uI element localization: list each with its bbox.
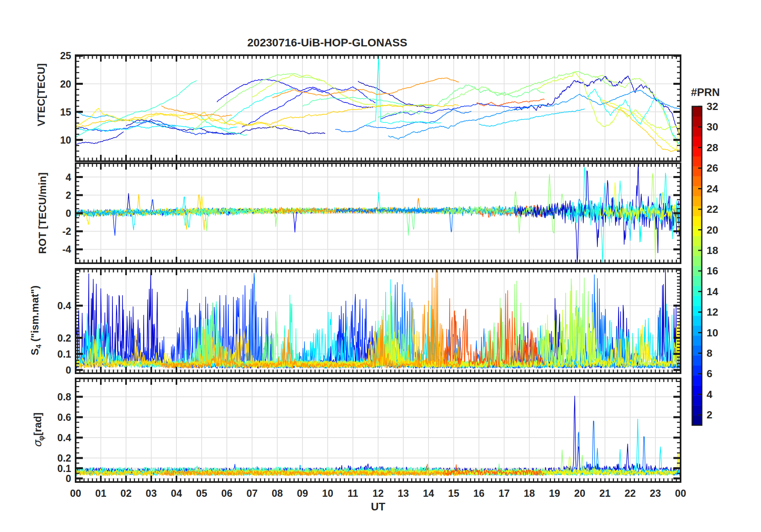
- ylabel-s4-post: ("ism.mat"): [29, 286, 41, 344]
- colorbar-tick-label: 10: [707, 327, 718, 339]
- colorbar: 2468101214161820222426283032: [692, 100, 718, 425]
- svg-text:16: 16: [473, 488, 485, 499]
- colorbar-tick-label: 14: [707, 286, 718, 298]
- svg-text:0: 0: [66, 473, 71, 484]
- svg-text:20: 20: [574, 488, 585, 499]
- svg-text:02: 02: [120, 488, 132, 499]
- svg-text:00: 00: [70, 488, 81, 499]
- colorbar-tick-label: 6: [707, 368, 712, 380]
- ylabel-s4-sub: 4: [35, 344, 43, 348]
- ylabel-rot: ROT [TECU/min]: [36, 172, 49, 254]
- svg-text:18: 18: [524, 488, 535, 499]
- colorbar-tick-label: 24: [707, 183, 718, 195]
- svg-text:05: 05: [196, 488, 207, 499]
- svg-text:0.4: 0.4: [57, 300, 71, 311]
- panel-vtec: 10152025: [60, 50, 681, 161]
- colorbar-tick-label: 26: [707, 162, 718, 174]
- colorbar-tick-label: 16: [707, 265, 718, 277]
- svg-text:01: 01: [95, 488, 106, 499]
- svg-text:07: 07: [246, 488, 258, 499]
- svg-text:2: 2: [66, 190, 71, 201]
- svg-text:20: 20: [60, 78, 71, 90]
- panel-vtec-ytick-labels: 10152025: [60, 50, 71, 145]
- xlabel-ut: UT: [371, 501, 385, 513]
- xtick-labels: 0001020304050607080910111213141516171819…: [70, 488, 686, 499]
- colorbar-tick-label: 30: [707, 121, 718, 133]
- svg-text:0.8: 0.8: [57, 391, 71, 402]
- svg-text:10: 10: [60, 134, 71, 146]
- colorbar-tick-label: 4: [707, 388, 713, 400]
- ylabel-vtec-text: VTEC[TECU]: [35, 63, 47, 126]
- colorbar-tick-label: 22: [707, 203, 718, 215]
- colorbar-tick-label: 8: [707, 347, 712, 359]
- ylabel-rot-text: ROT [TECU/min]: [36, 172, 48, 254]
- ylabel-s4: S4 ("ism.mat"): [29, 286, 43, 356]
- svg-text:-4: -4: [62, 244, 71, 255]
- svg-text:4: 4: [66, 172, 71, 183]
- chart-title: 20230716-UiB-HOP-GLONASS: [247, 36, 407, 49]
- svg-text:0.1: 0.1: [57, 463, 71, 474]
- svg-text:17: 17: [499, 488, 510, 499]
- chart-canvas: 10152025-4-202400.10.20.400.10.20.40.60.…: [0, 0, 761, 532]
- svg-text:25: 25: [60, 50, 71, 61]
- svg-text:04: 04: [171, 488, 182, 499]
- panel-rot-ytick-labels: -4-2024: [62, 172, 71, 255]
- svg-text:00: 00: [675, 488, 686, 499]
- figure: 10152025-4-202400.10.20.400.10.20.40.60.…: [0, 0, 761, 532]
- panel-rot: -4-2024: [62, 163, 681, 263]
- svg-text:19: 19: [549, 488, 560, 499]
- panel-s4-ytick-labels: 00.10.20.4: [57, 300, 71, 376]
- ylabel-sigma: σφ[rad]: [31, 412, 46, 448]
- svg-text:12: 12: [372, 488, 384, 499]
- panel-sigma: 00.10.20.40.60.8: [57, 378, 681, 484]
- svg-text:0: 0: [66, 208, 71, 219]
- svg-text:15: 15: [448, 488, 459, 499]
- svg-text:13: 13: [398, 488, 409, 499]
- svg-text:21: 21: [599, 488, 611, 499]
- svg-text:03: 03: [146, 488, 157, 499]
- svg-text:0.1: 0.1: [57, 348, 71, 360]
- colorbar-tick-label: 12: [707, 306, 718, 318]
- colorbar-tick-label: 20: [707, 224, 718, 236]
- ylabel-sigma-pre: σ: [31, 441, 44, 448]
- svg-text:06: 06: [221, 488, 232, 499]
- colorbar-tick-label: 32: [707, 100, 718, 112]
- svg-text:0.2: 0.2: [57, 332, 71, 344]
- panel-s4: 00.10.20.4: [57, 269, 681, 376]
- svg-text:10: 10: [322, 488, 333, 499]
- colorbar-title: #PRN: [691, 86, 720, 99]
- ylabel-sigma-post: [rad]: [32, 412, 44, 436]
- svg-text:14: 14: [423, 488, 434, 499]
- svg-text:-2: -2: [62, 226, 71, 237]
- svg-text:0.4: 0.4: [57, 432, 71, 443]
- colorbar-tick-label: 2: [707, 409, 712, 421]
- colorbar-tick-label: 28: [707, 142, 718, 154]
- ylabel-vtec: VTEC[TECU]: [35, 63, 48, 126]
- ylabel-s4-pre: S: [29, 348, 41, 355]
- svg-text:11: 11: [348, 488, 358, 499]
- ylabel-sigma-sub: φ: [37, 436, 45, 441]
- svg-text:09: 09: [297, 488, 308, 499]
- colorbar-tick-label: 18: [707, 244, 718, 256]
- panel-sigma-ytick-labels: 00.10.20.40.60.8: [57, 391, 71, 484]
- svg-text:15: 15: [60, 106, 71, 118]
- svg-text:23: 23: [650, 488, 661, 499]
- svg-text:08: 08: [272, 488, 283, 499]
- svg-text:0: 0: [66, 364, 71, 376]
- svg-text:0.6: 0.6: [57, 412, 71, 423]
- svg-text:0.2: 0.2: [57, 452, 71, 464]
- svg-text:22: 22: [625, 488, 636, 499]
